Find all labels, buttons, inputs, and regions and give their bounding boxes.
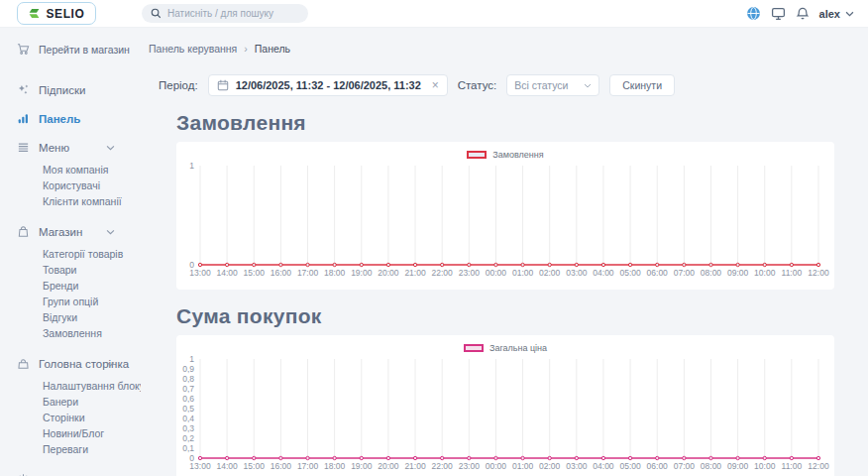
sidebar-subitem-users[interactable]: Користувачі xyxy=(0,178,141,193)
breadcrumb-parent[interactable]: Панель керування xyxy=(149,43,237,55)
svg-text:16:00: 16:00 xyxy=(271,268,292,278)
bell-icon[interactable] xyxy=(796,6,810,21)
orders-section-title: Замовлення xyxy=(176,111,868,135)
svg-text:1: 1 xyxy=(189,355,194,364)
svg-text:17:00: 17:00 xyxy=(297,461,319,471)
svg-text:03:00: 03:00 xyxy=(566,268,588,278)
sidebar-subitem-reviews[interactable]: Відгуки xyxy=(0,309,141,325)
sidebar-subitem-news-blog[interactable]: Новини/Блог xyxy=(0,425,141,441)
sidebar-item-menu[interactable]: Меню xyxy=(0,133,141,162)
orders-chart: 1013:0014:0015:0016:0017:0018:0019:0020:… xyxy=(176,162,834,283)
cart-icon xyxy=(17,43,30,56)
status-value: Всі статуси xyxy=(514,79,568,91)
hamburger-icon xyxy=(17,141,30,154)
sidebar-subitem-orders[interactable]: Замовлення xyxy=(0,325,141,341)
sidebar-subitem-brands[interactable]: Бренди xyxy=(0,278,141,294)
search-input[interactable]: Натисніть / для пошуку xyxy=(142,4,308,23)
sidebar-item-subscriptions[interactable]: Підписки xyxy=(0,75,141,104)
svg-text:22:00: 22:00 xyxy=(432,461,454,471)
chevron-down-icon xyxy=(106,361,115,367)
user-name: alex xyxy=(819,8,840,20)
chart-legend[interactable]: Замовлення xyxy=(176,142,834,160)
svg-text:02:00: 02:00 xyxy=(539,268,561,278)
sidebar-subitem-block-settings[interactable]: Налаштування блоку xyxy=(0,378,141,394)
bar-chart-icon xyxy=(17,112,30,125)
svg-text:15:00: 15:00 xyxy=(244,461,266,471)
chart-legend[interactable]: Загальна ціна xyxy=(176,335,834,353)
monitor-icon[interactable] xyxy=(771,6,786,21)
app-window: SELIO Натисніть / для пошуку xyxy=(0,0,868,476)
svg-text:09:00: 09:00 xyxy=(727,461,749,471)
svg-text:01:00: 01:00 xyxy=(512,461,534,471)
sidebar-item-dashboard[interactable]: Панель xyxy=(0,104,141,133)
calendar-icon xyxy=(217,79,229,91)
svg-text:03:00: 03:00 xyxy=(566,461,588,471)
sidebar-item-go-to-store[interactable]: Перейти в магазин xyxy=(0,37,141,67)
sidebar-item-home-page[interactable]: Головна сторінка xyxy=(0,349,141,378)
svg-text:10:00: 10:00 xyxy=(754,268,776,278)
svg-text:15:00: 15:00 xyxy=(244,268,266,278)
svg-text:23:00: 23:00 xyxy=(459,268,481,278)
globe-icon[interactable] xyxy=(746,6,761,21)
svg-text:01:00: 01:00 xyxy=(512,268,534,278)
svg-text:0,5: 0,5 xyxy=(182,404,194,414)
sidebar-item-store[interactable]: Магазин xyxy=(0,217,141,246)
svg-text:0,9: 0,9 xyxy=(182,364,194,374)
svg-text:07:00: 07:00 xyxy=(674,268,696,278)
svg-text:00:00: 00:00 xyxy=(486,461,507,471)
svg-text:07:00: 07:00 xyxy=(674,461,696,471)
sidebar-subitem-my-company[interactable]: Моя компанія xyxy=(0,162,141,178)
reset-button[interactable]: Скинути xyxy=(609,74,675,96)
sidebar-subitem-option-groups[interactable]: Групи опцій xyxy=(0,294,141,309)
logo[interactable]: SELIO xyxy=(17,2,96,25)
shopping-bag-icon xyxy=(17,225,30,238)
svg-text:16:00: 16:00 xyxy=(271,461,292,471)
legend-swatch xyxy=(464,344,484,352)
period-label: Період: xyxy=(159,79,198,91)
svg-text:13:00: 13:00 xyxy=(189,268,211,278)
svg-text:14:00: 14:00 xyxy=(216,268,238,278)
svg-text:04:00: 04:00 xyxy=(593,461,614,471)
svg-text:05:00: 05:00 xyxy=(619,461,641,471)
topbar-actions: alex xyxy=(746,6,854,21)
svg-text:0,4: 0,4 xyxy=(182,414,194,423)
svg-text:02:00: 02:00 xyxy=(539,461,561,471)
sidebar-subitem-pages[interactable]: Сторінки xyxy=(0,410,141,425)
handbag-icon xyxy=(17,357,30,370)
svg-text:06:00: 06:00 xyxy=(647,268,669,278)
svg-text:0,3: 0,3 xyxy=(182,423,194,433)
svg-text:20:00: 20:00 xyxy=(378,461,399,471)
svg-text:05:00: 05:00 xyxy=(619,268,641,278)
svg-text:08:00: 08:00 xyxy=(701,461,722,471)
status-select[interactable]: Всі статуси xyxy=(506,74,599,96)
legend-label: Замовлення xyxy=(492,150,543,160)
svg-text:13:00: 13:00 xyxy=(189,461,211,471)
svg-text:18:00: 18:00 xyxy=(324,461,346,471)
chevron-down-icon xyxy=(584,83,592,88)
sidebar-item-label: Меню xyxy=(39,142,69,154)
sidebar-subitem-benefits[interactable]: Переваги xyxy=(0,441,141,457)
period-date-input[interactable]: 12/06/2025, 11:32 - 12/06/2025, 11:32 × xyxy=(208,74,448,96)
svg-text:14:00: 14:00 xyxy=(216,461,238,471)
sidebar-item-settings[interactable]: Налаштування xyxy=(0,465,141,476)
sidebar-subitem-products[interactable]: Товари xyxy=(0,262,141,278)
legend-label: Загальна ціна xyxy=(489,343,547,353)
svg-text:18:00: 18:00 xyxy=(324,268,346,278)
orders-chart-card: Замовлення 1013:0014:0015:0016:0017:0018… xyxy=(176,142,834,290)
svg-text:0,7: 0,7 xyxy=(182,384,194,394)
svg-text:06:00: 06:00 xyxy=(647,461,669,471)
svg-text:04:00: 04:00 xyxy=(593,268,614,278)
purchase-sum-section-title: Сума покупок xyxy=(176,304,868,328)
sidebar-item-label: Головна сторінка xyxy=(39,358,129,370)
clear-period-icon[interactable]: × xyxy=(432,79,439,91)
sidebar-subitem-product-categories[interactable]: Категорії товарів xyxy=(0,246,141,262)
period-value: 12/06/2025, 11:32 - 12/06/2025, 11:32 xyxy=(236,79,421,91)
sidebar-subitem-banners[interactable]: Банери xyxy=(0,394,141,410)
sidebar-item-label: Магазин xyxy=(39,226,82,238)
svg-text:0,1: 0,1 xyxy=(182,443,194,453)
user-menu[interactable]: alex xyxy=(819,8,854,20)
breadcrumb: Панель керування › Панель xyxy=(149,43,868,55)
total-price-chart: 10,90,80,70,60,50,40,30,20,1013:0014:001… xyxy=(176,355,834,476)
chevron-down-icon xyxy=(106,145,115,151)
sidebar-subitem-company-clients[interactable]: Клієнти компанії xyxy=(0,193,141,209)
